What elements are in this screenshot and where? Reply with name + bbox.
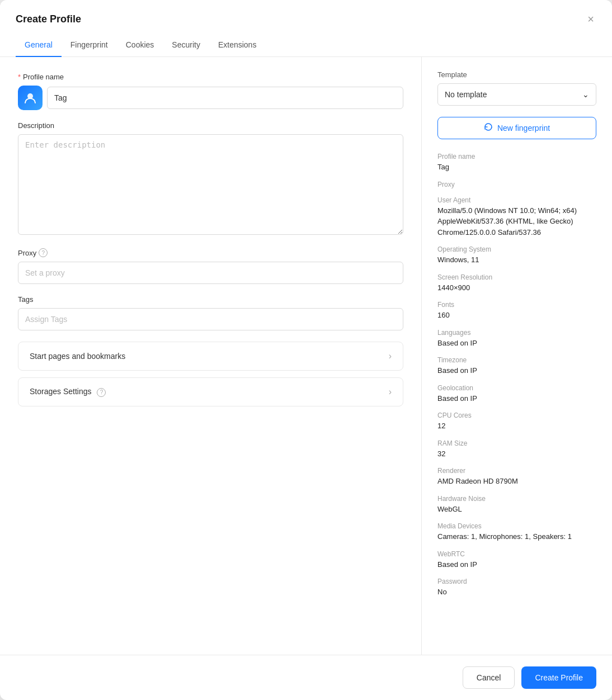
proxy-group: Proxy ? <box>18 248 403 284</box>
modal-footer: Cancel Create Profile <box>0 655 612 700</box>
new-fingerprint-button[interactable]: New fingerprint <box>437 117 596 139</box>
info-password: Password No <box>437 578 596 598</box>
info-hardware-noise: Hardware Noise WebGL <box>437 495 596 515</box>
profile-name-input[interactable] <box>47 87 403 109</box>
storages-label-row: Storages Settings ? <box>30 387 106 397</box>
create-profile-button[interactable]: Create Profile <box>521 666 596 689</box>
tab-security[interactable]: Security <box>163 34 209 57</box>
storages-section: Storages Settings ? › <box>18 377 403 406</box>
info-media-devices: Media Devices Cameras: 1, Microphones: 1… <box>437 522 596 542</box>
cancel-button[interactable]: Cancel <box>463 666 515 689</box>
start-pages-chevron-icon: › <box>389 351 392 361</box>
right-panel: Template No template ⌄ New fingerprint <box>422 57 612 655</box>
info-proxy: Proxy <box>437 181 596 188</box>
info-geolocation: Geolocation Based on IP <box>437 384 596 404</box>
description-input[interactable] <box>18 134 403 235</box>
description-group: Description <box>18 121 403 237</box>
storages-chevron-icon: › <box>389 387 392 397</box>
info-webrtc: WebRTC Based on IP <box>437 550 596 570</box>
info-languages: Languages Based on IP <box>437 329 596 349</box>
info-user-agent: User Agent Mozilla/5.0 (Windows NT 10.0;… <box>437 196 596 238</box>
proxy-help-icon[interactable]: ? <box>39 248 48 257</box>
storages-help-icon[interactable]: ? <box>97 388 106 397</box>
left-panel: * Profile name Description <box>0 57 422 655</box>
info-renderer: Renderer AMD Radeon HD 8790M <box>437 467 596 487</box>
create-profile-modal: Create Profile × General Fingerprint Coo… <box>0 0 612 700</box>
profile-avatar-icon[interactable] <box>18 86 43 110</box>
tab-extensions[interactable]: Extensions <box>209 34 265 57</box>
info-timezone: Timezone Based on IP <box>437 356 596 376</box>
profile-name-label: * Profile name <box>18 73 403 81</box>
tags-group: Tags <box>18 295 403 330</box>
modal-title: Create Profile <box>16 13 81 25</box>
start-pages-section: Start pages and bookmarks › <box>18 342 403 371</box>
profile-name-group: * Profile name <box>18 73 403 110</box>
fingerprint-refresh-icon <box>484 122 493 134</box>
description-label: Description <box>18 121 403 130</box>
template-group: Template No template ⌄ <box>437 70 596 106</box>
tab-cookies[interactable]: Cookies <box>117 34 163 57</box>
proxy-label-row: Proxy ? <box>18 248 403 257</box>
info-profile-name: Profile name Tag <box>437 153 596 173</box>
storages-header[interactable]: Storages Settings ? › <box>18 378 403 406</box>
template-label: Template <box>437 70 596 79</box>
template-dropdown[interactable]: No template ⌄ <box>437 83 596 106</box>
tab-fingerprint[interactable]: Fingerprint <box>62 34 117 57</box>
tags-label: Tags <box>18 295 403 304</box>
profile-name-row <box>18 86 403 110</box>
tabs-bar: General Fingerprint Cookies Security Ext… <box>0 34 612 57</box>
template-chevron-icon: ⌄ <box>582 90 589 99</box>
close-button[interactable]: × <box>585 11 596 27</box>
modal-header: Create Profile × <box>0 0 612 27</box>
info-fonts: Fonts 160 <box>437 301 596 321</box>
modal-body: * Profile name Description <box>0 57 612 655</box>
start-pages-header[interactable]: Start pages and bookmarks › <box>18 342 403 370</box>
info-ram: RAM Size 32 <box>437 439 596 460</box>
required-star: * <box>18 73 21 81</box>
tags-input[interactable] <box>18 308 403 330</box>
proxy-input[interactable] <box>18 262 403 284</box>
info-cpu: CPU Cores 12 <box>437 412 596 432</box>
info-screen: Screen Resolution 1440×900 <box>437 273 596 294</box>
info-os: Operating System Windows, 11 <box>437 245 596 266</box>
tab-general[interactable]: General <box>16 34 62 57</box>
